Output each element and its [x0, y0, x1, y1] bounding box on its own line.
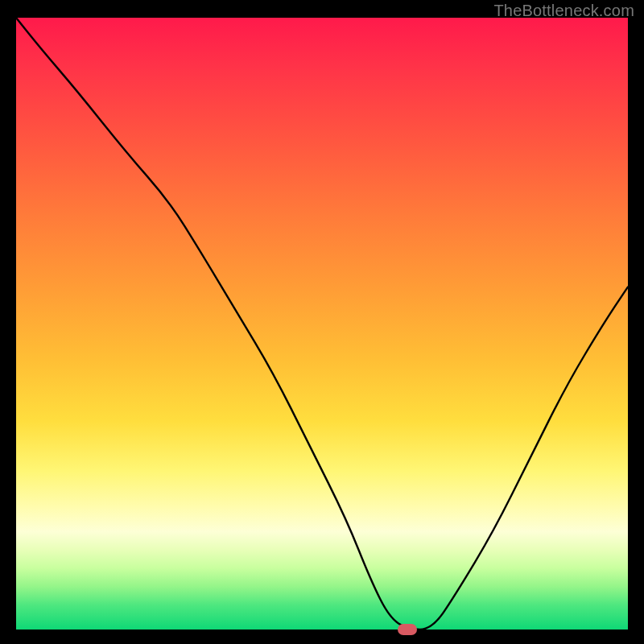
plot-area — [16, 18, 628, 630]
watermark-text: TheBottleneck.com — [493, 2, 634, 20]
bottleneck-curve — [16, 18, 628, 630]
optimal-point-marker — [398, 624, 417, 635]
chart-frame: TheBottleneck.com — [0, 0, 644, 644]
